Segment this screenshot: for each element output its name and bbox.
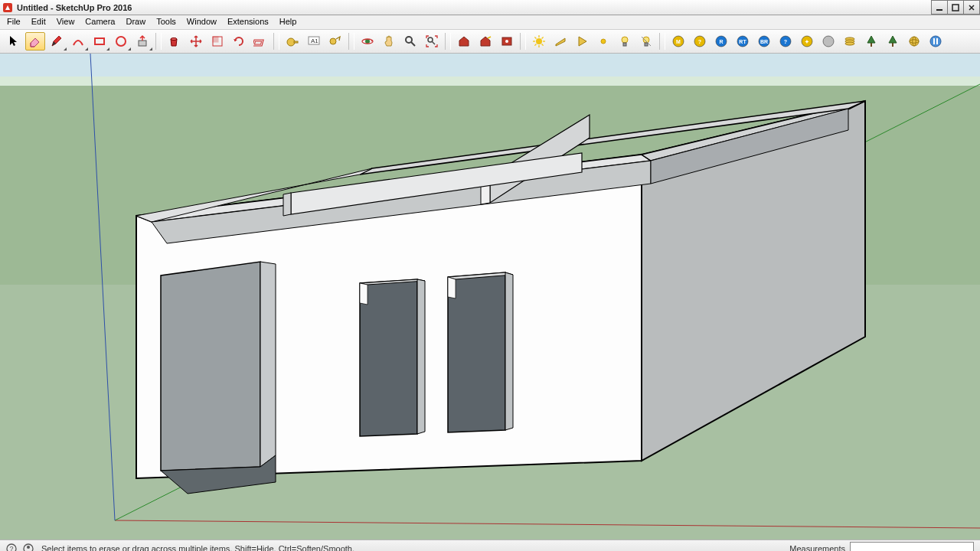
svg-point-4 xyxy=(116,37,126,46)
svg-line-21 xyxy=(432,41,435,44)
user-icon[interactable] xyxy=(21,542,35,551)
svg-text:?: ? xyxy=(698,39,701,44)
line-tool[interactable] xyxy=(47,32,67,51)
globe-tool[interactable] xyxy=(904,32,924,51)
main-toolbar: A1M?RRTBR?✦ xyxy=(0,30,980,54)
warehouse2-tool[interactable] xyxy=(475,32,495,51)
app-icon xyxy=(2,2,14,14)
badge-gear[interactable]: ✦ xyxy=(797,32,817,51)
circle-tool[interactable] xyxy=(111,32,131,51)
text-tool[interactable]: A1 xyxy=(304,32,324,51)
help-icon[interactable]: ? xyxy=(5,542,18,551)
sun2-tool[interactable] xyxy=(593,32,613,51)
maximize-button[interactable] xyxy=(947,0,964,15)
zoom-extents-tool[interactable] xyxy=(422,32,442,51)
bulb2-tool[interactable] xyxy=(636,32,656,51)
svg-rect-66 xyxy=(0,77,980,86)
move-tool[interactable] xyxy=(186,32,206,51)
extension-warehouse-tool[interactable] xyxy=(497,32,517,51)
svg-point-36 xyxy=(643,37,649,43)
model-viewport[interactable] xyxy=(0,54,980,540)
minimize-button[interactable] xyxy=(931,0,948,15)
svg-rect-10 xyxy=(255,41,262,44)
svg-text:BR: BR xyxy=(760,39,768,44)
menu-extensions[interactable]: Extensions xyxy=(222,15,274,29)
pan-tool[interactable] xyxy=(379,32,399,51)
rotate-tool[interactable] xyxy=(229,32,249,51)
offset-tool[interactable] xyxy=(250,32,270,51)
toolbar-separator xyxy=(155,33,162,50)
svg-rect-5 xyxy=(139,41,146,46)
svg-rect-58 xyxy=(892,43,893,47)
menu-draw[interactable]: Draw xyxy=(120,15,151,29)
stack-tool[interactable] xyxy=(840,32,860,51)
toolbar-separator xyxy=(659,33,665,50)
svg-marker-80 xyxy=(360,283,368,305)
menu-view[interactable]: View xyxy=(51,15,80,29)
pushpull-tool[interactable] xyxy=(132,32,152,51)
select-tool[interactable] xyxy=(4,32,24,51)
arc-tool[interactable] xyxy=(68,32,88,51)
measurements-input[interactable] xyxy=(850,542,974,551)
badge-br[interactable]: BR xyxy=(754,32,774,51)
window-controls xyxy=(932,0,980,15)
menu-tools[interactable]: Tools xyxy=(151,15,181,29)
dropdown-caret-icon xyxy=(106,47,109,51)
svg-rect-8 xyxy=(213,37,218,42)
svg-point-16 xyxy=(365,39,370,44)
svg-line-30 xyxy=(534,37,536,38)
pause-tool[interactable] xyxy=(926,32,946,51)
svg-text:A1: A1 xyxy=(311,37,318,44)
svg-point-98 xyxy=(27,546,30,549)
dropdown-caret-icon xyxy=(64,47,67,51)
badge-r[interactable]: R xyxy=(711,32,731,51)
badge-m[interactable]: M xyxy=(668,32,688,51)
dropdown-caret-icon xyxy=(149,47,152,51)
svg-rect-1 xyxy=(936,9,942,11)
toolbar-separator xyxy=(273,33,279,50)
svg-rect-57 xyxy=(871,43,872,47)
svg-rect-64 xyxy=(936,38,938,44)
badge-rt[interactable]: RT xyxy=(733,32,753,51)
menu-help[interactable]: Help xyxy=(274,15,302,29)
svg-text:M: M xyxy=(676,39,681,44)
svg-point-23 xyxy=(505,40,508,43)
svg-rect-12 xyxy=(294,41,298,43)
svg-line-26 xyxy=(542,44,544,46)
svg-marker-84 xyxy=(448,277,456,298)
badge-qb[interactable]: ? xyxy=(776,32,795,51)
svg-point-34 xyxy=(622,37,628,43)
play-tool[interactable] xyxy=(572,32,592,51)
badge-qm[interactable]: ? xyxy=(690,32,710,51)
tree1-tool[interactable] xyxy=(861,32,881,51)
menu-file[interactable]: File xyxy=(2,15,26,29)
paint-bucket-tool[interactable] xyxy=(165,32,185,51)
dimension-tool[interactable] xyxy=(325,32,345,51)
scale-tool[interactable] xyxy=(207,32,227,51)
status-hint: Select items to erase or drag across mul… xyxy=(41,544,354,551)
warehouse-tool[interactable] xyxy=(454,32,474,51)
close-button[interactable] xyxy=(963,0,980,15)
bulb-tool[interactable] xyxy=(615,32,635,51)
sun-tool[interactable] xyxy=(529,32,549,51)
tree2-tool[interactable] xyxy=(883,32,903,51)
svg-point-24 xyxy=(536,38,542,44)
badge-dot[interactable] xyxy=(818,32,838,51)
eraser-tool[interactable] xyxy=(25,32,45,51)
menu-window[interactable]: Window xyxy=(181,15,222,29)
svg-rect-37 xyxy=(645,43,648,46)
svg-point-62 xyxy=(930,36,941,47)
rectangle-tool[interactable] xyxy=(90,32,109,51)
plane-tool[interactable] xyxy=(550,32,570,51)
svg-point-59 xyxy=(910,37,919,46)
tape-measure-tool[interactable] xyxy=(283,32,302,51)
orbit-tool[interactable] xyxy=(358,32,377,51)
menu-edit[interactable]: Edit xyxy=(26,15,51,29)
zoom-tool[interactable] xyxy=(400,32,420,51)
svg-text:?: ? xyxy=(784,39,787,44)
svg-point-18 xyxy=(406,37,412,43)
menu-bar: FileEditViewCameraDrawToolsWindowExtensi… xyxy=(0,15,980,30)
menu-camera[interactable]: Camera xyxy=(80,15,120,29)
toolbar-separator xyxy=(520,33,526,50)
svg-line-32 xyxy=(542,37,544,38)
